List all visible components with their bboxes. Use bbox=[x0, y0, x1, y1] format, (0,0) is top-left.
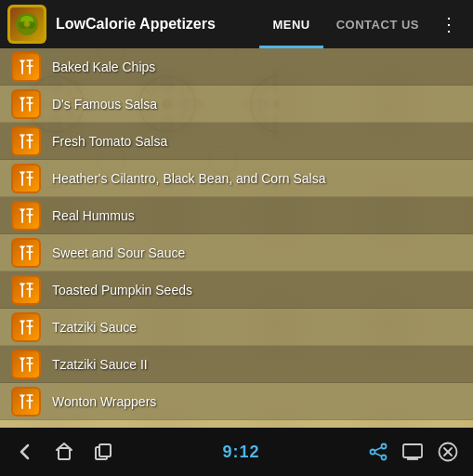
cast-button[interactable] bbox=[402, 443, 423, 460]
home-button[interactable] bbox=[54, 442, 74, 462]
recipe-name: Wonton Wrappers bbox=[52, 394, 156, 409]
app-logo bbox=[7, 5, 46, 44]
recipe-name: Tzatziki Sauce II bbox=[52, 357, 148, 372]
list-item[interactable]: Toasted Pumpkin Seeds bbox=[0, 271, 473, 309]
recipe-name: Real Hummus bbox=[52, 208, 135, 223]
recipe-name: Baked Kale Chips bbox=[52, 60, 155, 74]
recipe-icon bbox=[11, 126, 41, 156]
recipe-name: Tzatziki Sauce bbox=[52, 320, 137, 335]
svg-rect-73 bbox=[99, 444, 111, 456]
bottom-nav-left bbox=[15, 442, 113, 462]
bottom-nav-right bbox=[369, 442, 458, 462]
back-button[interactable] bbox=[15, 442, 35, 462]
recipe-icon bbox=[11, 275, 41, 305]
list-item[interactable]: Baked Kale Chips bbox=[0, 48, 473, 86]
list-item[interactable]: D's Famous Salsa bbox=[0, 86, 473, 123]
logo-image bbox=[10, 7, 44, 41]
recipe-name: Heather's Cilantro, Black Bean, and Corn… bbox=[52, 171, 326, 186]
more-options-button[interactable]: ⋮ bbox=[432, 13, 466, 35]
svg-point-75 bbox=[382, 456, 387, 460]
contact-us-tab[interactable]: CONTACT US bbox=[323, 0, 432, 48]
list-item[interactable]: Real Hummus bbox=[0, 197, 473, 234]
recipe-icon bbox=[11, 164, 41, 193]
app-header: LowCalorie Appetizers MENU CONTACT US ⋮ bbox=[0, 0, 473, 48]
close-button[interactable] bbox=[438, 442, 458, 462]
header-navigation: MENU CONTACT US ⋮ bbox=[259, 0, 466, 48]
recipe-icon bbox=[11, 350, 41, 379]
svg-point-76 bbox=[371, 450, 375, 455]
menu-tab[interactable]: MENU bbox=[259, 0, 322, 48]
recipe-icon bbox=[11, 387, 41, 416]
recipe-name: Sweet and Sour Sauce bbox=[52, 245, 185, 260]
status-time: 9:12 bbox=[222, 443, 259, 462]
recents-button[interactable] bbox=[93, 442, 113, 462]
svg-line-77 bbox=[374, 447, 382, 451]
recipe-icon bbox=[11, 312, 41, 342]
list-item[interactable]: Tzatziki Sauce II bbox=[0, 346, 473, 383]
recipe-name: Fresh Tomato Salsa bbox=[52, 134, 167, 149]
recipe-icon bbox=[11, 52, 41, 82]
list-item[interactable]: Fresh Tomato Salsa bbox=[0, 123, 473, 160]
recipe-list: Baked Kale Chips D's Famous Salsa Fresh … bbox=[0, 48, 473, 420]
recipe-icon bbox=[11, 201, 41, 231]
svg-rect-79 bbox=[403, 444, 422, 457]
main-content: Baked Kale Chips D's Famous Salsa Fresh … bbox=[0, 48, 473, 428]
list-item[interactable]: Tzatziki Sauce bbox=[0, 309, 473, 346]
svg-point-74 bbox=[382, 444, 387, 449]
svg-rect-71 bbox=[59, 448, 70, 459]
recipe-name: D's Famous Salsa bbox=[52, 97, 157, 112]
app-title: LowCalorie Appetizers bbox=[56, 16, 259, 33]
share-button[interactable] bbox=[369, 443, 388, 461]
list-item[interactable]: Heather's Cilantro, Black Bean, and Corn… bbox=[0, 160, 473, 197]
recipe-icon bbox=[11, 89, 41, 119]
svg-line-78 bbox=[374, 453, 382, 456]
svg-point-4 bbox=[24, 21, 30, 27]
bottom-navigation-bar: 9:12 bbox=[0, 428, 473, 476]
recipe-icon bbox=[11, 238, 41, 268]
list-item[interactable]: Wonton Wrappers bbox=[0, 383, 473, 420]
list-item[interactable]: Sweet and Sour Sauce bbox=[0, 234, 473, 271]
recipe-name: Toasted Pumpkin Seeds bbox=[52, 283, 192, 298]
